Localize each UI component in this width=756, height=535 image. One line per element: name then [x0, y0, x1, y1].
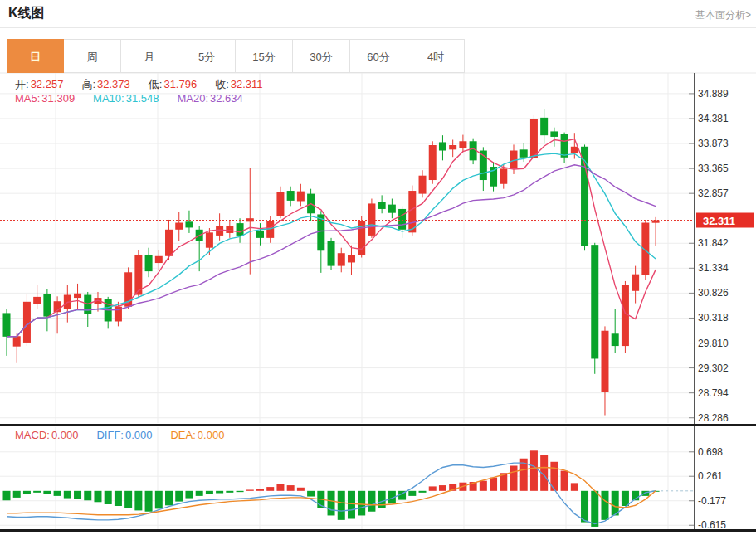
macd-bar	[54, 491, 61, 496]
tab-30分[interactable]: 30分	[293, 39, 350, 73]
macd-bar	[216, 491, 223, 494]
candle	[398, 209, 406, 230]
tab-周[interactable]: 周	[64, 39, 121, 73]
y-axis-label: 28.286	[698, 412, 729, 424]
legend-label: 收:	[215, 78, 229, 90]
ohlc-legend: 开:32.257高:32.373低:31.796收:32.311	[15, 77, 281, 92]
legend-label: 开:	[15, 78, 29, 90]
candle	[338, 253, 345, 265]
candle	[490, 167, 497, 187]
candle	[408, 191, 416, 232]
macd-bar	[480, 481, 487, 491]
candle	[459, 141, 466, 148]
candle	[439, 142, 446, 150]
legend-macd-item: DIFF:0.000	[96, 429, 152, 441]
macd-bar	[134, 491, 142, 511]
candle	[145, 255, 153, 271]
legend-value: 32.373	[97, 78, 130, 90]
macd-bar	[3, 491, 11, 500]
candle	[530, 119, 538, 158]
candle	[185, 221, 193, 227]
macd-bar	[185, 491, 193, 499]
macd-bar	[226, 491, 233, 493]
candle	[287, 191, 295, 201]
legend-value: 32.634	[210, 92, 243, 105]
candle	[33, 297, 41, 304]
candle	[3, 313, 11, 336]
macd-bar	[439, 485, 446, 491]
macd-bar	[490, 478, 497, 491]
macd-bar	[358, 491, 365, 516]
macd-bar	[591, 491, 598, 527]
candle	[175, 223, 183, 230]
legend-ma-item: MA5:31.309	[15, 92, 75, 105]
candle	[155, 256, 163, 263]
macd-bar	[237, 491, 244, 492]
tab-4时[interactable]: 4时	[407, 39, 465, 73]
candle	[328, 241, 335, 265]
candle	[23, 302, 31, 343]
macd-bar	[105, 491, 112, 504]
macd-y-axis-label: 0.698	[698, 446, 723, 458]
tab-5分[interactable]: 5分	[178, 39, 236, 73]
legend-ma-item: MA20:32.634	[177, 92, 242, 105]
candle	[612, 333, 619, 346]
legend-label: DIFF:	[96, 429, 124, 441]
macd-bar	[368, 491, 375, 512]
macd-bar	[338, 491, 345, 520]
macd-bar	[408, 491, 416, 496]
macd-bar	[33, 491, 41, 493]
macd-bar	[165, 491, 173, 506]
macd-bar	[115, 491, 122, 506]
macd-bar	[307, 491, 315, 497]
y-axis-label: 28.794	[698, 387, 729, 399]
legend-value: 31.309	[41, 92, 75, 105]
legend-label: MA20:	[177, 92, 208, 105]
macd-bar	[276, 484, 284, 491]
macd-bar	[155, 491, 163, 509]
legend-label: MACD:	[15, 429, 50, 441]
macd-bar	[206, 491, 213, 494]
candle	[419, 176, 427, 194]
chart-bottom-border	[0, 529, 756, 532]
tab-60分[interactable]: 60分	[350, 39, 407, 73]
y-axis-label: 30.318	[698, 312, 729, 323]
macd-bar	[530, 450, 538, 491]
candle	[378, 202, 386, 209]
macd-bar	[124, 491, 132, 508]
legend-macd-item: MACD:0.000	[15, 429, 78, 441]
y-axis-label: 33.365	[698, 163, 729, 174]
tab-日[interactable]: 日	[7, 39, 64, 73]
macd-legend: MACD:0.000DIFF:0.000DEA:0.000	[15, 429, 242, 441]
candle	[276, 192, 284, 216]
macd-bar	[74, 491, 81, 499]
legend-label: 高:	[81, 78, 95, 90]
macd-bar	[328, 491, 335, 516]
candle	[622, 285, 629, 346]
candle	[43, 294, 51, 317]
macd-bar	[571, 483, 578, 490]
legend-value: 0.000	[51, 429, 79, 441]
macd-bar	[419, 491, 427, 493]
legend-ohlc-item: 收:32.311	[215, 78, 262, 90]
candle	[500, 168, 507, 183]
legend-ohlc-item: 低:31.796	[149, 78, 197, 90]
candle	[540, 118, 548, 135]
tab-15分[interactable]: 15分	[236, 39, 293, 73]
candle	[520, 149, 528, 157]
legend-label: DEA:	[170, 429, 195, 441]
macd-bar	[13, 491, 21, 498]
candle	[591, 245, 598, 358]
current-price-label: 32.311	[703, 215, 735, 227]
candle	[632, 275, 639, 291]
macd-bar	[246, 489, 254, 490]
candle	[256, 231, 264, 238]
tab-月[interactable]: 月	[121, 39, 178, 73]
macd-bar	[510, 465, 518, 490]
macd-y-axis-label: 0.261	[698, 470, 723, 482]
macd-bar	[561, 471, 568, 491]
y-axis-label: 30.826	[698, 287, 729, 299]
legend-value: 31.548	[126, 92, 159, 105]
macd-bar	[145, 491, 153, 512]
candle	[368, 203, 375, 235]
